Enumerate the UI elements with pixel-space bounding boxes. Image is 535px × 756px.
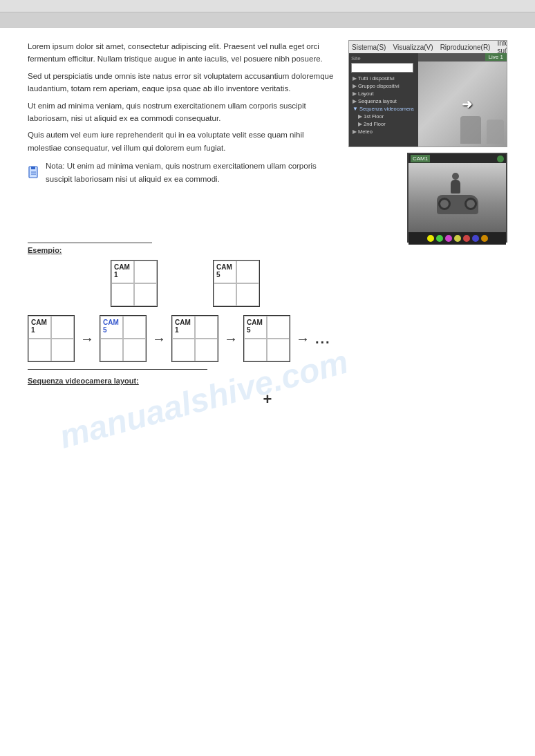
menu-bar: Sistema(S) Visualizza(V) Riproduzione(R)… bbox=[349, 41, 507, 53]
cam-text-2: CAM5 bbox=[216, 263, 232, 278]
arrow-2: → bbox=[152, 331, 166, 347]
plus-sign: + bbox=[28, 390, 507, 408]
seq-cell-16 bbox=[267, 339, 290, 361]
toolbar-dot-yellow[interactable] bbox=[427, 235, 434, 242]
sidebar-item-2ndfloor[interactable]: ▶ 2nd Floor bbox=[351, 120, 416, 128]
cam-grid-box-1: CAM1 bbox=[111, 260, 158, 307]
motorcycle-shape bbox=[437, 188, 478, 207]
cam-toolbar bbox=[409, 232, 506, 245]
grid-cell-7 bbox=[214, 283, 236, 306]
grid-cell-8 bbox=[236, 283, 259, 306]
seq-cell-12 bbox=[195, 339, 218, 361]
live-tab[interactable]: Live 1 bbox=[485, 53, 507, 61]
arrow-4: → bbox=[296, 331, 310, 347]
note-section: Nota: Ut enim ad minima veniam, quis nos… bbox=[28, 160, 336, 189]
arrow-1: → bbox=[80, 331, 94, 347]
sidebar-item-tutti[interactable]: ▶ Tutti i dispositivi bbox=[351, 75, 416, 82]
seq-cell-8 bbox=[123, 339, 146, 361]
diagram-rule-bottom bbox=[28, 369, 207, 370]
diagram-rule-top bbox=[28, 243, 152, 243]
seq-cell-2 bbox=[51, 316, 74, 339]
cam-grid-box-2: CAM5 bbox=[213, 260, 260, 307]
menu-riproduzione[interactable]: Riproduzione(R) bbox=[440, 44, 491, 51]
seq-box-3: CAM1 bbox=[171, 315, 218, 362]
grid-cell-2 bbox=[134, 261, 157, 283]
sidebar: Site ▶ Tutti i dispositivi ▶ Gruppo disp… bbox=[349, 53, 418, 147]
status-dot bbox=[497, 155, 504, 162]
seq-cell-14 bbox=[267, 316, 290, 339]
seq-cell-7 bbox=[100, 339, 123, 361]
cam-bottom-header: CAM1 bbox=[409, 154, 506, 163]
screenshot-bottom: CAM1 bbox=[407, 153, 507, 243]
seq-cam-text-4: CAM5 bbox=[247, 319, 263, 334]
seq-cam-text-2: CAM5 bbox=[103, 319, 119, 334]
menu-info[interactable]: Info su(A) bbox=[497, 40, 507, 55]
sidebar-search[interactable] bbox=[351, 63, 413, 73]
sidebar-item-gruppo[interactable]: ▶ Gruppo dispositivi bbox=[351, 82, 416, 90]
menu-visualizza[interactable]: Visualizza(V) bbox=[393, 44, 433, 51]
sidebar-item-meteo[interactable]: ▶ Meteo bbox=[351, 128, 416, 135]
diagram-section: Esempio: CAM1 CAM5 bbox=[28, 243, 507, 408]
seq-box-4: CAM5 bbox=[243, 315, 290, 362]
grid-cell-6 bbox=[236, 261, 259, 283]
arrow-3: → bbox=[224, 331, 238, 347]
toolbar-dot-orange[interactable] bbox=[481, 235, 488, 242]
section-header-bar bbox=[0, 12, 535, 28]
seq-cam-text-3: CAM1 bbox=[175, 319, 191, 334]
seq-box-2: CAM5 bbox=[100, 315, 147, 362]
toolbar-dot-yellow2[interactable] bbox=[454, 235, 461, 242]
seq-cell-6 bbox=[123, 316, 146, 339]
cam-content bbox=[409, 163, 506, 232]
sidebar-item-layout[interactable]: ▶ Layout bbox=[351, 90, 416, 97]
sequence-bottom-row: CAM1 → CAM5 → CAM1 → bbox=[28, 315, 507, 362]
cam-label-bottom: CAM1 bbox=[411, 155, 430, 162]
seq-cell-11 bbox=[172, 339, 195, 361]
toolbar-dot-blue[interactable] bbox=[472, 235, 479, 242]
toolbar-dot-red[interactable] bbox=[463, 235, 470, 242]
seq-cell-10 bbox=[195, 316, 218, 339]
dots: ... bbox=[315, 331, 331, 347]
note-text: Nota: Ut enim ad minima veniam, quis nos… bbox=[46, 160, 336, 185]
screenshot-top: Sistema(S) Visualizza(V) Riproduzione(R)… bbox=[348, 40, 507, 147]
menu-sistema[interactable]: Sistema(S) bbox=[352, 44, 386, 51]
diagram-label-top: Esempio: bbox=[28, 246, 507, 254]
top-bar bbox=[0, 0, 535, 12]
sequence-label: Sequenza videocamera layout: bbox=[28, 377, 507, 385]
right-panel: Sistema(S) Visualizza(V) Riproduzione(R)… bbox=[348, 40, 507, 243]
seq-box-1: CAM1 bbox=[28, 315, 75, 362]
toolbar-dot-purple[interactable] bbox=[445, 235, 452, 242]
seq-cell-4 bbox=[51, 339, 74, 361]
arrow-pointer: ➜ bbox=[462, 97, 472, 112]
cam-text-1: CAM1 bbox=[114, 263, 130, 278]
site-label: Site bbox=[351, 55, 416, 62]
note-icon bbox=[28, 165, 41, 179]
main-view: Live 1 CAM1 ➜ bbox=[418, 53, 507, 147]
toolbar-dot-green[interactable] bbox=[436, 235, 443, 242]
seq-cam-text-1: CAM1 bbox=[31, 319, 47, 334]
page-content: Sistema(S) Visualizza(V) Riproduzione(R)… bbox=[0, 33, 535, 436]
seq-cell-15 bbox=[244, 339, 267, 361]
grid-cell-4 bbox=[134, 283, 157, 306]
svg-rect-1 bbox=[31, 167, 35, 169]
sidebar-item-1stfloor[interactable]: ▶ 1st Floor bbox=[351, 113, 416, 120]
seq-cell-3 bbox=[28, 339, 51, 361]
grid-cell-3 bbox=[111, 283, 134, 306]
sequence-top-row: CAM1 CAM5 bbox=[111, 260, 507, 307]
sidebar-item-seqlayout[interactable]: ▶ Sequenza layout bbox=[351, 97, 416, 105]
sidebar-item-seqvideo[interactable]: ▼ Sequenza videocamera bbox=[351, 105, 416, 113]
sidebar-area: Site ▶ Tutti i dispositivi ▶ Gruppo disp… bbox=[349, 53, 507, 147]
